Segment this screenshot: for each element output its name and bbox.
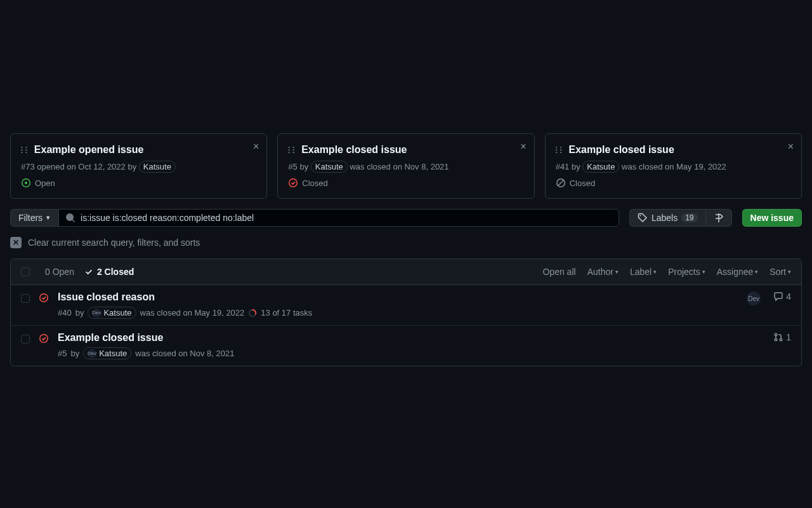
issue-number: #40 bbox=[58, 308, 72, 318]
issue-meta: #5 by Katsute was closed on Nov 8, 2021 bbox=[58, 347, 764, 359]
author-label: Author bbox=[587, 267, 613, 277]
milestones-button[interactable] bbox=[705, 209, 732, 227]
issue-title[interactable]: Example closed issue bbox=[58, 332, 163, 343]
search-icon bbox=[65, 213, 75, 223]
pinned-issues-row: • •• •• • Example opened issue × #73 ope… bbox=[10, 133, 802, 199]
pinned-card[interactable]: • •• •• • Example closed issue × #5 by K… bbox=[277, 133, 534, 199]
author-name: Katsute bbox=[103, 308, 131, 318]
label-filter[interactable]: Label▾ bbox=[630, 267, 657, 277]
check-icon bbox=[84, 267, 93, 276]
clear-search-label: Clear current search query, filters, and… bbox=[28, 237, 200, 248]
open-count: 0 Open bbox=[45, 267, 74, 277]
status-label: Closed bbox=[570, 178, 595, 188]
open-all-label: Open all bbox=[542, 267, 575, 277]
close-icon[interactable]: × bbox=[520, 142, 526, 152]
dev-badge: Dev bbox=[747, 291, 761, 305]
caret-down-icon: ▾ bbox=[788, 269, 791, 275]
issue-number: #5 bbox=[58, 349, 67, 358]
pinned-card[interactable]: • •• •• • Example closed issue × #41 by … bbox=[545, 133, 802, 199]
caret-down-icon: ▾ bbox=[755, 269, 758, 275]
filters-label: Filters bbox=[18, 213, 43, 223]
author-name: Katsute bbox=[587, 162, 615, 171]
by-label: by bbox=[70, 349, 79, 358]
close-icon[interactable]: × bbox=[253, 142, 259, 152]
issue-title[interactable]: Issue closed reason bbox=[58, 291, 155, 302]
svg-point-1 bbox=[25, 182, 27, 184]
pinned-title[interactable]: Example closed issue bbox=[301, 144, 407, 156]
row-checkbox[interactable] bbox=[21, 294, 30, 303]
author-filter[interactable]: Author▾ bbox=[587, 267, 619, 277]
svg-point-11 bbox=[780, 338, 782, 341]
caret-down-icon: ▾ bbox=[702, 269, 705, 275]
filters-button[interactable]: Filters ▼ bbox=[10, 209, 58, 227]
select-all-checkbox[interactable] bbox=[21, 267, 30, 276]
status-label: Closed bbox=[302, 178, 327, 188]
issue-meta: #40 by Katsute was closed on May 19, 202… bbox=[58, 307, 738, 319]
pinned-title[interactable]: Example opened issue bbox=[34, 144, 144, 156]
svg-line-4 bbox=[558, 180, 563, 185]
author-chip[interactable]: Katsute bbox=[139, 161, 176, 173]
author-name: Katsute bbox=[99, 349, 127, 358]
pinned-card[interactable]: • •• •• • Example opened issue × #73 ope… bbox=[10, 133, 267, 199]
closed-icon bbox=[39, 291, 49, 319]
drag-handle-icon[interactable]: • •• •• • bbox=[288, 146, 295, 154]
tag-icon bbox=[638, 213, 648, 223]
author-chip[interactable]: Katsute bbox=[582, 161, 619, 173]
linked-pr[interactable]: 1 bbox=[773, 332, 791, 342]
drag-handle-icon[interactable]: • •• •• • bbox=[21, 146, 28, 154]
pinned-meta: #5 by Katsute was closed on Nov 8, 2021 bbox=[288, 161, 523, 173]
state-toggle: 0 Open 2 Closed bbox=[45, 267, 134, 277]
sort-label: Sort bbox=[769, 267, 786, 277]
caret-down-icon: ▾ bbox=[653, 269, 657, 275]
assignee-label: Assignee bbox=[717, 267, 754, 277]
comments[interactable]: 4 bbox=[773, 291, 791, 302]
labels-button[interactable]: Labels 19 bbox=[629, 209, 705, 227]
author-chip[interactable]: Katsute bbox=[88, 307, 136, 319]
tasks-progress-icon bbox=[248, 308, 257, 318]
search-input[interactable] bbox=[81, 213, 612, 223]
drag-handle-icon[interactable]: • •• •• • bbox=[556, 146, 563, 154]
new-issue-button[interactable]: New issue bbox=[742, 209, 802, 227]
search-wrap[interactable] bbox=[58, 209, 619, 227]
closed-toggle[interactable]: 2 Closed bbox=[84, 267, 134, 277]
status-line: Closed bbox=[556, 178, 791, 188]
row-checkbox[interactable] bbox=[21, 335, 30, 344]
pinned-title[interactable]: Example closed issue bbox=[568, 144, 674, 156]
author-name: Katsute bbox=[315, 162, 343, 171]
meta-before: #41 by bbox=[556, 162, 580, 171]
open-toggle[interactable]: 0 Open bbox=[45, 267, 74, 277]
clear-search-button[interactable]: ✕ Clear current search query, filters, a… bbox=[10, 237, 802, 248]
svg-point-6 bbox=[40, 294, 48, 302]
open-all-button[interactable]: Open all bbox=[542, 267, 575, 277]
close-icon[interactable]: × bbox=[788, 142, 794, 152]
meta-after: was closed on May 19, 2022 bbox=[622, 162, 726, 171]
projects-filter[interactable]: Projects▾ bbox=[668, 267, 705, 277]
author-chip[interactable]: Katsute bbox=[311, 161, 348, 173]
svg-point-2 bbox=[289, 179, 298, 187]
caret-down-icon: ▾ bbox=[615, 269, 619, 275]
closed-date: was closed on Nov 8, 2021 bbox=[135, 349, 234, 358]
author-chip[interactable]: Katsute bbox=[83, 347, 131, 359]
status-line: Closed bbox=[288, 178, 523, 188]
labels-milestones-group: Labels 19 bbox=[629, 209, 732, 227]
labels-count: 19 bbox=[681, 213, 697, 222]
meta-before: #73 opened on Oct 12, 2022 by bbox=[21, 162, 136, 171]
svg-point-8 bbox=[40, 335, 48, 343]
issues-list: 0 Open 2 Closed Open all Author▾ Label▾ … bbox=[10, 258, 802, 366]
comments-count: 4 bbox=[786, 291, 791, 302]
pr-count: 1 bbox=[786, 332, 791, 342]
pinned-meta: #41 by Katsute was closed on May 19, 202… bbox=[556, 161, 791, 173]
close-icon: ✕ bbox=[10, 237, 22, 248]
author-name: Katsute bbox=[143, 162, 171, 171]
by-label: by bbox=[75, 308, 84, 318]
issues-list-header: 0 Open 2 Closed Open all Author▾ Label▾ … bbox=[11, 259, 801, 285]
issue-row[interactable]: Issue closed reason #40 by Katsute was c… bbox=[11, 285, 801, 325]
meta-before: #5 by bbox=[288, 162, 308, 171]
labels-label: Labels bbox=[652, 213, 678, 223]
label-label: Label bbox=[630, 267, 652, 277]
issue-row[interactable]: Example closed issue #5 by Katsute was c… bbox=[11, 325, 801, 366]
svg-point-10 bbox=[775, 338, 777, 341]
sort-filter[interactable]: Sort▾ bbox=[769, 267, 791, 277]
assignee-filter[interactable]: Assignee▾ bbox=[717, 267, 759, 277]
closed-date: was closed on May 19, 2022 bbox=[140, 308, 245, 318]
